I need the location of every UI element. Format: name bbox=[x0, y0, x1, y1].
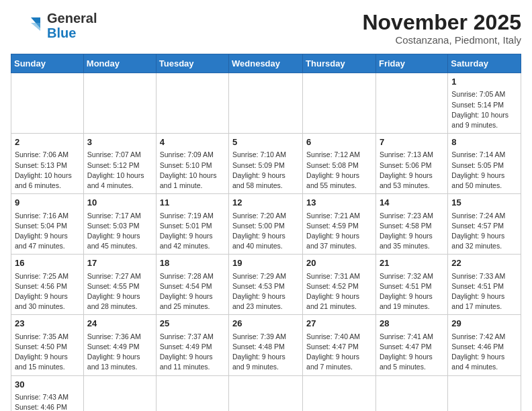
day-cell bbox=[303, 375, 376, 411]
day-info: Sunrise: 7:13 AM Sunset: 5:06 PM Dayligh… bbox=[380, 150, 444, 191]
day-cell: 27Sunrise: 7:40 AM Sunset: 4:47 PM Dayli… bbox=[303, 315, 376, 375]
day-number: 28 bbox=[380, 318, 444, 330]
day-cell bbox=[11, 73, 84, 134]
day-number: 30 bbox=[15, 379, 80, 391]
day-number: 21 bbox=[380, 257, 444, 269]
col-header-friday: Friday bbox=[375, 54, 447, 73]
day-number: 24 bbox=[87, 318, 152, 330]
logo: General Blue bbox=[11, 11, 97, 40]
day-cell bbox=[229, 375, 303, 411]
day-cell: 25Sunrise: 7:37 AM Sunset: 4:49 PM Dayli… bbox=[156, 315, 228, 375]
day-number: 20 bbox=[306, 257, 372, 269]
day-cell: 22Sunrise: 7:33 AM Sunset: 4:51 PM Dayli… bbox=[448, 255, 521, 315]
day-number: 19 bbox=[232, 257, 299, 269]
col-header-monday: Monday bbox=[83, 54, 156, 73]
day-info: Sunrise: 7:10 AM Sunset: 5:09 PM Dayligh… bbox=[232, 150, 299, 191]
day-cell: 4Sunrise: 7:09 AM Sunset: 5:10 PM Daylig… bbox=[156, 134, 228, 194]
day-cell bbox=[83, 73, 156, 134]
day-info: Sunrise: 7:41 AM Sunset: 4:47 PM Dayligh… bbox=[380, 332, 444, 373]
page-header: General Blue November 2025 Costanzana, P… bbox=[11, 11, 521, 46]
day-cell: 5Sunrise: 7:10 AM Sunset: 5:09 PM Daylig… bbox=[229, 134, 303, 194]
day-cell bbox=[303, 73, 376, 134]
day-cell: 17Sunrise: 7:27 AM Sunset: 4:55 PM Dayli… bbox=[83, 255, 156, 315]
day-cell bbox=[156, 73, 228, 134]
day-number: 9 bbox=[15, 197, 80, 209]
day-info: Sunrise: 7:21 AM Sunset: 4:59 PM Dayligh… bbox=[306, 211, 372, 252]
day-info: Sunrise: 7:12 AM Sunset: 5:08 PM Dayligh… bbox=[306, 150, 372, 191]
day-info: Sunrise: 7:32 AM Sunset: 4:51 PM Dayligh… bbox=[380, 271, 444, 312]
day-cell: 19Sunrise: 7:29 AM Sunset: 4:53 PM Dayli… bbox=[229, 255, 303, 315]
day-number: 18 bbox=[160, 257, 225, 269]
day-number: 5 bbox=[232, 136, 299, 148]
day-cell: 12Sunrise: 7:20 AM Sunset: 5:00 PM Dayli… bbox=[229, 194, 303, 255]
col-header-saturday: Saturday bbox=[448, 54, 521, 73]
month-title: November 2025 bbox=[362, 11, 521, 34]
day-cell: 2Sunrise: 7:06 AM Sunset: 5:13 PM Daylig… bbox=[11, 134, 84, 194]
day-cell: 1Sunrise: 7:05 AM Sunset: 5:14 PM Daylig… bbox=[448, 73, 521, 134]
day-info: Sunrise: 7:40 AM Sunset: 4:47 PM Dayligh… bbox=[306, 332, 372, 373]
day-cell: 21Sunrise: 7:32 AM Sunset: 4:51 PM Dayli… bbox=[375, 255, 447, 315]
day-info: Sunrise: 7:27 AM Sunset: 4:55 PM Dayligh… bbox=[87, 271, 152, 312]
col-header-sunday: Sunday bbox=[11, 54, 84, 73]
day-info: Sunrise: 7:33 AM Sunset: 4:51 PM Dayligh… bbox=[451, 271, 517, 312]
day-number: 1 bbox=[451, 76, 517, 88]
day-number: 13 bbox=[306, 197, 372, 209]
day-info: Sunrise: 7:17 AM Sunset: 5:03 PM Dayligh… bbox=[87, 211, 152, 252]
day-info: Sunrise: 7:07 AM Sunset: 5:12 PM Dayligh… bbox=[87, 150, 152, 191]
day-info: Sunrise: 7:14 AM Sunset: 5:05 PM Dayligh… bbox=[451, 150, 517, 191]
day-cell: 28Sunrise: 7:41 AM Sunset: 4:47 PM Dayli… bbox=[375, 315, 447, 375]
day-number: 23 bbox=[15, 318, 80, 330]
week-row-2: 2Sunrise: 7:06 AM Sunset: 5:13 PM Daylig… bbox=[11, 134, 521, 194]
day-cell: 7Sunrise: 7:13 AM Sunset: 5:06 PM Daylig… bbox=[375, 134, 447, 194]
day-cell bbox=[156, 375, 228, 411]
day-cell bbox=[448, 375, 521, 411]
day-info: Sunrise: 7:25 AM Sunset: 4:56 PM Dayligh… bbox=[15, 271, 80, 312]
day-cell: 26Sunrise: 7:39 AM Sunset: 4:48 PM Dayli… bbox=[229, 315, 303, 375]
day-number: 11 bbox=[160, 197, 225, 209]
calendar-table: SundayMondayTuesdayWednesdayThursdayFrid… bbox=[11, 54, 521, 411]
day-info: Sunrise: 7:31 AM Sunset: 4:52 PM Dayligh… bbox=[306, 271, 372, 312]
day-info: Sunrise: 7:19 AM Sunset: 5:01 PM Dayligh… bbox=[160, 211, 225, 252]
day-cell: 13Sunrise: 7:21 AM Sunset: 4:59 PM Dayli… bbox=[303, 194, 376, 255]
day-info: Sunrise: 7:29 AM Sunset: 4:53 PM Dayligh… bbox=[232, 271, 299, 312]
day-cell: 9Sunrise: 7:16 AM Sunset: 5:04 PM Daylig… bbox=[11, 194, 84, 255]
day-info: Sunrise: 7:20 AM Sunset: 5:00 PM Dayligh… bbox=[232, 211, 299, 252]
day-info: Sunrise: 7:42 AM Sunset: 4:46 PM Dayligh… bbox=[451, 332, 517, 373]
day-info: Sunrise: 7:28 AM Sunset: 4:54 PM Dayligh… bbox=[160, 271, 225, 312]
day-cell bbox=[83, 375, 156, 411]
logo-text-blue: Blue bbox=[47, 26, 97, 40]
day-cell: 10Sunrise: 7:17 AM Sunset: 5:03 PM Dayli… bbox=[83, 194, 156, 255]
day-number: 22 bbox=[451, 257, 517, 269]
week-row-6: 30Sunrise: 7:43 AM Sunset: 4:46 PM Dayli… bbox=[11, 375, 521, 411]
day-info: Sunrise: 7:24 AM Sunset: 4:57 PM Dayligh… bbox=[451, 211, 517, 252]
day-cell: 23Sunrise: 7:35 AM Sunset: 4:50 PM Dayli… bbox=[11, 315, 84, 375]
week-row-1: 1Sunrise: 7:05 AM Sunset: 5:14 PM Daylig… bbox=[11, 73, 521, 134]
day-number: 4 bbox=[160, 136, 225, 148]
day-number: 6 bbox=[306, 136, 372, 148]
day-cell: 20Sunrise: 7:31 AM Sunset: 4:52 PM Dayli… bbox=[303, 255, 376, 315]
logo-svg bbox=[11, 12, 43, 39]
day-info: Sunrise: 7:36 AM Sunset: 4:49 PM Dayligh… bbox=[87, 332, 152, 373]
day-number: 29 bbox=[451, 318, 517, 330]
day-number: 12 bbox=[232, 197, 299, 209]
title-area: November 2025 Costanzana, Piedmont, Ital… bbox=[362, 11, 521, 46]
day-cell bbox=[375, 375, 447, 411]
day-cell: 11Sunrise: 7:19 AM Sunset: 5:01 PM Dayli… bbox=[156, 194, 228, 255]
col-header-wednesday: Wednesday bbox=[229, 54, 303, 73]
day-info: Sunrise: 7:37 AM Sunset: 4:49 PM Dayligh… bbox=[160, 332, 225, 373]
day-info: Sunrise: 7:09 AM Sunset: 5:10 PM Dayligh… bbox=[160, 150, 225, 191]
day-cell: 18Sunrise: 7:28 AM Sunset: 4:54 PM Dayli… bbox=[156, 255, 228, 315]
day-number: 16 bbox=[15, 257, 80, 269]
day-number: 25 bbox=[160, 318, 225, 330]
day-cell bbox=[229, 73, 303, 134]
day-cell: 24Sunrise: 7:36 AM Sunset: 4:49 PM Dayli… bbox=[83, 315, 156, 375]
day-info: Sunrise: 7:05 AM Sunset: 5:14 PM Dayligh… bbox=[451, 89, 517, 130]
location-subtitle: Costanzana, Piedmont, Italy bbox=[362, 34, 521, 46]
day-cell: 8Sunrise: 7:14 AM Sunset: 5:05 PM Daylig… bbox=[448, 134, 521, 194]
day-cell: 14Sunrise: 7:23 AM Sunset: 4:58 PM Dayli… bbox=[375, 194, 447, 255]
day-number: 15 bbox=[451, 197, 517, 209]
day-info: Sunrise: 7:39 AM Sunset: 4:48 PM Dayligh… bbox=[232, 332, 299, 373]
day-info: Sunrise: 7:43 AM Sunset: 4:46 PM Dayligh… bbox=[15, 392, 80, 411]
day-number: 3 bbox=[87, 136, 152, 148]
day-cell: 30Sunrise: 7:43 AM Sunset: 4:46 PM Dayli… bbox=[11, 375, 84, 411]
